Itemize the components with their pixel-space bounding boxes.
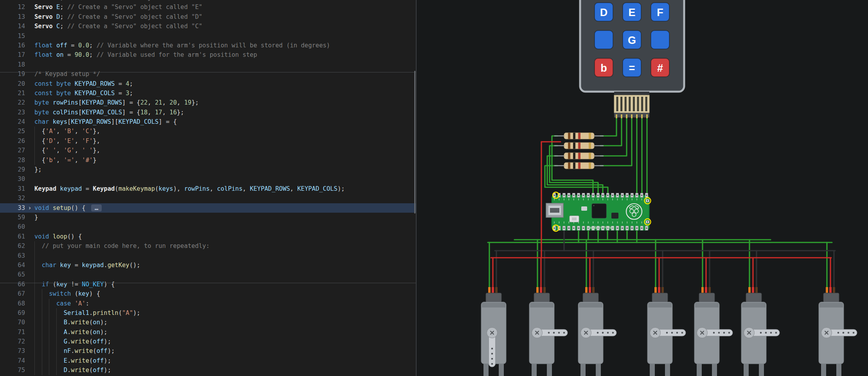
code-text[interactable]: B.write(on);: [34, 318, 416, 327]
code-text[interactable]: void loop() {: [34, 232, 416, 241]
code-line-15[interactable]: 15: [0, 31, 416, 41]
code-text[interactable]: if (key != NO_KEY) {: [34, 280, 416, 289]
code-line-24[interactable]: 24char keys[KEYPAD_ROWS][KEYPAD_COLS] = …: [0, 117, 416, 127]
code-text[interactable]: E.write(off);: [34, 356, 416, 365]
code-text[interactable]: [34, 251, 416, 260]
servo-motor[interactable]: [647, 287, 686, 376]
code-text[interactable]: const byte KEYPAD_ROWS = 4;: [34, 79, 416, 89]
fold-chevron-icon[interactable]: ›: [25, 203, 34, 213]
code-line-68[interactable]: 68 case 'A':: [0, 299, 416, 308]
code-line-65[interactable]: 65: [0, 270, 416, 279]
code-line-67[interactable]: 67 switch (key) {: [0, 289, 416, 298]
servo-motor[interactable]: [529, 287, 568, 376]
code-line-23[interactable]: 23byte colPins[KEYPAD_COLS] = {18, 17, 1…: [0, 108, 416, 117]
editor-scrollbar-thumb[interactable]: [414, 71, 415, 213]
code-text[interactable]: A.write(on);: [34, 327, 416, 337]
code-line-13[interactable]: 13Servo D; // Create a "Servo" object ca…: [0, 12, 416, 22]
keypad-button-F[interactable]: F: [651, 3, 669, 21]
code-text[interactable]: Servo C; // Create a "Servo" object call…: [34, 22, 416, 31]
code-text[interactable]: char keys[KEYPAD_ROWS][KEYPAD_COLS] = {: [34, 117, 416, 127]
code-text[interactable]: }: [34, 213, 416, 222]
servo-motor[interactable]: [578, 287, 616, 376]
keypad-button-b[interactable]: b: [595, 58, 613, 77]
code-line-75[interactable]: 75 D.write(off);: [0, 365, 416, 375]
code-line-62[interactable]: 62 // put your main code here, to run re…: [0, 241, 416, 251]
code-line-66[interactable]: 66 if (key != NO_KEY) {: [0, 280, 416, 289]
code-line-72[interactable]: 72 G.write(off);: [0, 337, 416, 346]
keypad-button-blank[interactable]: [651, 31, 669, 49]
code-text[interactable]: float off = 0.0; // Variable where the a…: [34, 41, 416, 50]
code-text[interactable]: nF.write(off);: [34, 346, 416, 356]
code-text[interactable]: [34, 270, 416, 279]
code-text[interactable]: D.write(off);: [34, 365, 416, 375]
code-line-21[interactable]: 21const byte KEYPAD_COLS = 3;: [0, 89, 416, 98]
resistor[interactable]: [554, 133, 604, 139]
code-text[interactable]: float on = 90.0; // Variable used for th…: [34, 50, 416, 60]
code-line-33[interactable]: 33›void setup() { …: [0, 203, 416, 213]
code-line-27[interactable]: 27 {' ', 'G', ' '},: [0, 146, 416, 155]
code-line-59[interactable]: 59}: [0, 213, 416, 222]
code-text[interactable]: switch (key) {: [34, 289, 416, 298]
code-line-74[interactable]: 74 E.write(off);: [0, 356, 416, 365]
circuit-canvas[interactable]: DEFGb=#Raspberry Pi Pico: [417, 0, 868, 376]
code-text[interactable]: byte rowPins[KEYPAD_ROWS] = {22, 21, 20,…: [34, 98, 416, 107]
servo-motor[interactable]: [481, 287, 506, 376]
code-line-18[interactable]: 18: [0, 60, 416, 69]
code-text[interactable]: void setup() { …: [34, 203, 416, 213]
code-line-17[interactable]: 17float on = 90.0; // Variable used for …: [0, 50, 416, 60]
keypad-button-blank[interactable]: [595, 31, 613, 49]
code-line-25[interactable]: 25 {'A', 'B', 'C'},: [0, 127, 416, 136]
code-text[interactable]: [34, 31, 416, 41]
keypad-button-E[interactable]: E: [623, 3, 641, 21]
code-text[interactable]: Serial1.println("A");: [34, 308, 416, 318]
code-line-26[interactable]: 26 {'D', 'E', 'F'},: [0, 136, 416, 146]
code-text[interactable]: /* Keypad setup */: [34, 69, 416, 79]
code-line-19[interactable]: 19/* Keypad setup */: [0, 69, 416, 79]
resistor[interactable]: [554, 153, 604, 159]
folded-region-badge[interactable]: …: [91, 204, 102, 212]
code-line-69[interactable]: 69 Serial1.println("A");: [0, 308, 416, 318]
code-line-73[interactable]: 73 nF.write(off);: [0, 346, 416, 356]
code-line-20[interactable]: 20const byte KEYPAD_ROWS = 4;: [0, 79, 416, 89]
code-line-30[interactable]: 30: [0, 174, 416, 184]
servo-motor[interactable]: [741, 287, 780, 376]
code-line-31[interactable]: 31Keypad keypad = Keypad(makeKeymap(keys…: [0, 184, 416, 193]
code-line-32[interactable]: 32: [0, 193, 416, 203]
code-line-16[interactable]: 16float off = 0.0; // Variable where the…: [0, 41, 416, 50]
code-line-70[interactable]: 70 B.write(on);: [0, 318, 416, 327]
resistor[interactable]: [554, 163, 604, 169]
code-text[interactable]: char key = keypad.getKey();: [34, 260, 416, 270]
code-text[interactable]: case 'A':: [34, 299, 416, 308]
code-text[interactable]: [34, 193, 416, 203]
code-text[interactable]: const byte KEYPAD_COLS = 3;: [34, 89, 416, 98]
code-text[interactable]: {'A', 'B', 'C'},: [34, 127, 416, 136]
code-text[interactable]: Servo E; // Create a "Servo" object call…: [34, 2, 416, 12]
code-text[interactable]: // put your main code here, to run repea…: [34, 241, 416, 251]
code-text[interactable]: {'b', '=', '#'}: [34, 155, 416, 165]
code-line-60[interactable]: 60: [0, 222, 416, 231]
code-text[interactable]: {' ', 'G', ' '},: [34, 146, 416, 155]
keypad-button-G[interactable]: G: [623, 31, 641, 49]
code-text[interactable]: G.write(off);: [34, 337, 416, 346]
code-line-28[interactable]: 28 {'b', '=', '#'}: [0, 155, 416, 165]
membrane-keypad[interactable]: DEFGb=#: [580, 0, 684, 118]
code-text[interactable]: [34, 174, 416, 184]
code-line-71[interactable]: 71 A.write(on);: [0, 327, 416, 337]
code-line-12[interactable]: 12Servo E; // Create a "Servo" object ca…: [0, 2, 416, 12]
code-line-61[interactable]: 61void loop() {: [0, 232, 416, 241]
raspberry-pi-pico[interactable]: Raspberry Pi Pico: [546, 192, 651, 231]
code-text[interactable]: byte colPins[KEYPAD_COLS] = {18, 17, 16}…: [34, 108, 416, 117]
code-text[interactable]: {'D', 'E', 'F'},: [34, 136, 416, 146]
code-line-22[interactable]: 22byte rowPins[KEYPAD_ROWS] = {22, 21, 2…: [0, 98, 416, 107]
servo-motor[interactable]: [819, 287, 857, 376]
code-line-29[interactable]: 29};: [0, 165, 416, 174]
code-line-14[interactable]: 14Servo C; // Create a "Servo" object ca…: [0, 22, 416, 31]
keypad-button-=[interactable]: =: [623, 58, 641, 77]
code-line-64[interactable]: 64 char key = keypad.getKey();: [0, 260, 416, 270]
servo-motor[interactable]: [694, 287, 733, 376]
code-line-63[interactable]: 63: [0, 251, 416, 260]
keypad-button-D[interactable]: D: [595, 3, 613, 21]
keypad-button-#[interactable]: #: [651, 58, 669, 77]
code-text[interactable]: Keypad keypad = Keypad(makeKeymap(keys),…: [34, 184, 416, 193]
code-text[interactable]: };: [34, 165, 416, 174]
